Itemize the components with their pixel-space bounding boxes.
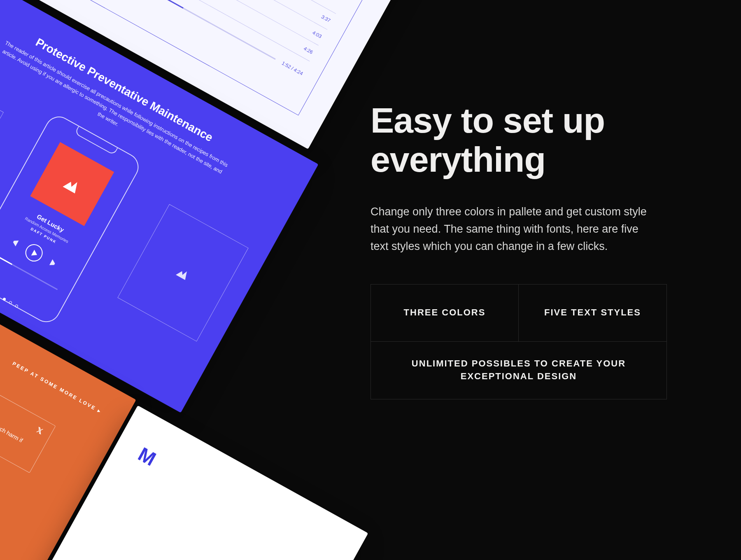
image-icon bbox=[176, 266, 190, 280]
play-icon bbox=[22, 241, 46, 264]
side-card-left bbox=[0, 68, 4, 206]
twitter-icon: 𝕏 bbox=[35, 426, 44, 437]
track-duration: 4:03 bbox=[312, 30, 323, 40]
testimonial-body: This condition may not cause too much ha… bbox=[0, 379, 34, 458]
side-card-right bbox=[117, 204, 248, 342]
album-cover bbox=[30, 142, 114, 226]
prev-icon bbox=[10, 237, 19, 246]
image-icon bbox=[63, 175, 82, 194]
track-duration: 3:37 bbox=[320, 14, 331, 23]
next-icon bbox=[49, 259, 58, 268]
track-duration: 4:26 bbox=[303, 45, 314, 55]
feature-five-text-styles: FIVE TEXT STYLES bbox=[519, 284, 667, 342]
peek-initial: M bbox=[134, 443, 160, 470]
peep-link: PEEP AT SOME MORE LOVE bbox=[12, 361, 103, 415]
phone-notch bbox=[74, 126, 118, 156]
